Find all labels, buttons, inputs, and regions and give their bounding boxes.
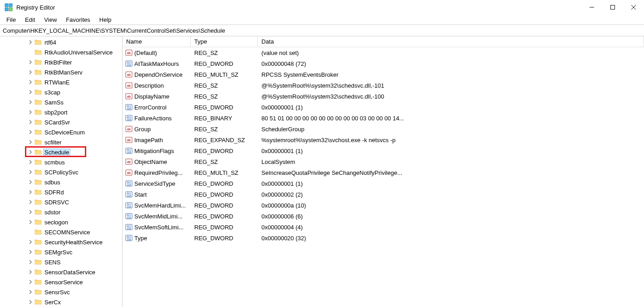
address-input[interactable] <box>2 26 642 35</box>
value-name: Description <box>134 82 164 89</box>
value-row[interactable]: ObjectNameREG_SZLocalSystem <box>123 156 644 167</box>
expand-chevron-icon[interactable] <box>27 69 34 75</box>
tree-item[interactable]: ScDeviceEnum <box>0 127 122 137</box>
tree-item[interactable]: SDFRd <box>0 187 122 197</box>
tree-item[interactable]: scmbus <box>0 157 122 167</box>
expand-chevron-icon[interactable] <box>27 159 34 165</box>
tree-item[interactable]: RtkAudioUniversalService <box>0 47 122 57</box>
value-row[interactable]: GroupREG_SZSchedulerGroup <box>123 124 644 134</box>
expand-chevron-icon[interactable] <box>27 269 34 275</box>
column-type-header[interactable]: Type <box>191 36 258 47</box>
value-row[interactable]: MitigationFlagsREG_DWORD0x00000001 (1) <box>123 145 644 156</box>
folder-icon <box>34 198 42 206</box>
tree-item[interactable]: SECOMNService <box>0 227 122 237</box>
tree-item[interactable]: SCardSvr <box>0 117 122 127</box>
tree-panel[interactable]: rtf64RtkAudioUniversalServiceRtkBtFilter… <box>0 36 123 307</box>
column-name-header[interactable]: Name <box>123 36 191 47</box>
menu-edit[interactable]: Edit <box>20 15 39 24</box>
tree-item-label: sbp2port <box>44 109 69 116</box>
maximize-button[interactable] <box>602 0 623 15</box>
value-data: 0x00000001 (1) <box>261 148 303 154</box>
tree-item[interactable]: RtkBtManServ <box>0 67 122 77</box>
value-data: 0x00000004 (4) <box>261 224 303 231</box>
value-row[interactable]: TypeREG_DWORD0x00000020 (32) <box>123 233 644 243</box>
expand-chevron-icon[interactable] <box>27 99 34 105</box>
tree-item[interactable]: seclogon <box>0 217 122 227</box>
binary-value-icon <box>125 213 133 220</box>
string-value-icon <box>125 82 133 89</box>
expand-chevron-icon[interactable] <box>27 129 34 135</box>
value-row[interactable]: StartREG_DWORD0x00000002 (2) <box>123 189 644 200</box>
value-row[interactable]: (Default)REG_SZ(value not set) <box>123 47 644 58</box>
value-row[interactable]: AtTaskMaxHoursREG_DWORD0x00000048 (72) <box>123 58 644 69</box>
column-data-header[interactable]: Data <box>258 36 644 47</box>
menu-file[interactable]: File <box>2 15 20 24</box>
menu-help[interactable]: Help <box>95 15 116 24</box>
value-row[interactable]: SvcMemMidLimi...REG_DWORD0x00000006 (6) <box>123 211 644 222</box>
tree-item[interactable]: SEMgrSvc <box>0 247 122 257</box>
expand-chevron-icon[interactable] <box>27 89 34 95</box>
expand-chevron-icon[interactable] <box>27 279 34 285</box>
values-panel[interactable]: Name Type Data (Default)REG_SZ(value not… <box>123 36 644 307</box>
value-row[interactable]: ServiceSidTypeREG_DWORD0x00000001 (1) <box>123 178 644 189</box>
tree-item[interactable]: sdstor <box>0 207 122 217</box>
value-row[interactable]: RequiredPrivileg...REG_MULTI_SZSeIncreas… <box>123 167 644 178</box>
expand-chevron-icon[interactable] <box>27 149 34 155</box>
tree-item[interactable]: sbp2port <box>0 107 122 117</box>
expand-chevron-icon[interactable] <box>27 119 34 125</box>
tree-item[interactable]: SamSs <box>0 97 122 107</box>
expand-chevron-icon[interactable] <box>27 109 34 115</box>
menu-view[interactable]: View <box>39 15 61 24</box>
value-name: DependOnService <box>134 71 182 78</box>
tree-item[interactable]: SensrSvc <box>0 287 122 297</box>
value-row[interactable]: FailureActionsREG_BINARY80 51 01 00 00 0… <box>123 113 644 124</box>
tree-item[interactable]: s3cap <box>0 87 122 97</box>
value-data: @%SystemRoot%\system32\schedsvc.dll,-101 <box>261 82 384 89</box>
expand-chevron-icon[interactable] <box>27 209 34 215</box>
minimize-button[interactable] <box>581 0 602 15</box>
value-row[interactable]: SvcMemHardLimi...REG_DWORD0x0000000a (10… <box>123 200 644 211</box>
expand-chevron-icon[interactable] <box>27 39 34 45</box>
tree-item[interactable]: rtf64 <box>0 37 122 47</box>
tree-item[interactable]: RtkBtFilter <box>0 57 122 67</box>
expand-chevron-icon[interactable] <box>27 289 34 295</box>
svg-rect-2 <box>5 8 8 11</box>
expand-chevron-icon[interactable] <box>27 169 34 175</box>
tree-item[interactable]: SensorService <box>0 277 122 287</box>
value-name: (Default) <box>134 50 157 56</box>
expand-chevron-icon[interactable] <box>27 179 34 185</box>
expand-chevron-icon[interactable] <box>27 259 34 265</box>
value-row[interactable]: DisplayNameREG_SZ@%SystemRoot%\system32\… <box>123 91 644 102</box>
tree-item[interactable]: RTWlanE <box>0 77 122 87</box>
tree-item-label: SEMgrSvc <box>44 249 73 256</box>
folder-icon <box>34 158 42 166</box>
tree-item[interactable]: SecurityHealthService <box>0 237 122 247</box>
menu-favorites[interactable]: Favorites <box>61 15 94 24</box>
tree-item[interactable]: SerCx <box>0 297 122 307</box>
tree-item[interactable]: SensorDataService <box>0 267 122 277</box>
tree-item[interactable]: SDRSVC <box>0 197 122 207</box>
value-row[interactable]: DescriptionREG_SZ@%SystemRoot%\system32\… <box>123 80 644 91</box>
expand-chevron-icon[interactable] <box>27 249 34 255</box>
tree-item[interactable]: Schedule <box>0 147 122 157</box>
expand-chevron-icon[interactable] <box>27 299 34 305</box>
value-row[interactable]: ImagePathREG_EXPAND_SZ%systemroot%\syste… <box>123 134 644 145</box>
value-type: REG_SZ <box>191 82 258 89</box>
expand-chevron-icon[interactable] <box>27 239 34 245</box>
string-value-icon <box>125 49 133 56</box>
value-row[interactable]: DependOnServiceREG_MULTI_SZRPCSS SystemE… <box>123 69 644 80</box>
close-button[interactable] <box>623 0 644 15</box>
expand-chevron-icon[interactable] <box>27 189 34 195</box>
tree-item[interactable]: SCPolicySvc <box>0 167 122 177</box>
value-row[interactable]: ErrorControlREG_DWORD0x00000001 (1) <box>123 102 644 113</box>
value-row[interactable]: SvcMemSoftLimi...REG_DWORD0x00000004 (4) <box>123 222 644 233</box>
tree-item-label: RtkBtManServ <box>44 69 84 76</box>
tree-item[interactable]: SENS <box>0 257 122 267</box>
expand-chevron-icon[interactable] <box>27 79 34 85</box>
expand-chevron-icon[interactable] <box>27 219 34 225</box>
tree-item[interactable]: sdbus <box>0 177 122 187</box>
expand-chevron-icon[interactable] <box>27 59 34 65</box>
expand-chevron-icon[interactable] <box>27 139 34 145</box>
tree-item[interactable]: scfilter <box>0 137 122 147</box>
expand-chevron-icon[interactable] <box>27 199 34 205</box>
